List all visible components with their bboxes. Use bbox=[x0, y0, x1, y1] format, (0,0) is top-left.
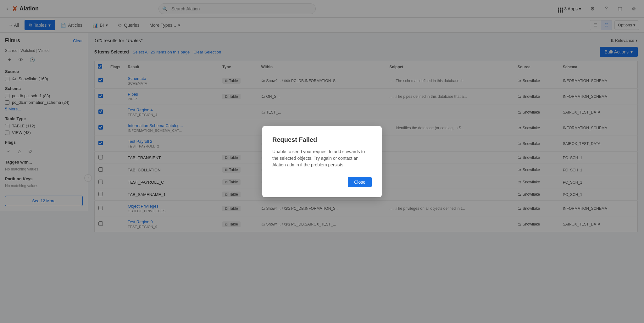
modal-footer: Close bbox=[272, 177, 372, 187]
modal-title: Request Failed bbox=[272, 136, 372, 143]
request-failed-modal: Request Failed Unable to send your reque… bbox=[262, 126, 382, 197]
modal-close-button[interactable]: Close bbox=[348, 177, 372, 187]
modal-body: Unable to send your request to add stewa… bbox=[272, 148, 372, 168]
modal-overlay: Request Failed Unable to send your reque… bbox=[0, 0, 644, 323]
